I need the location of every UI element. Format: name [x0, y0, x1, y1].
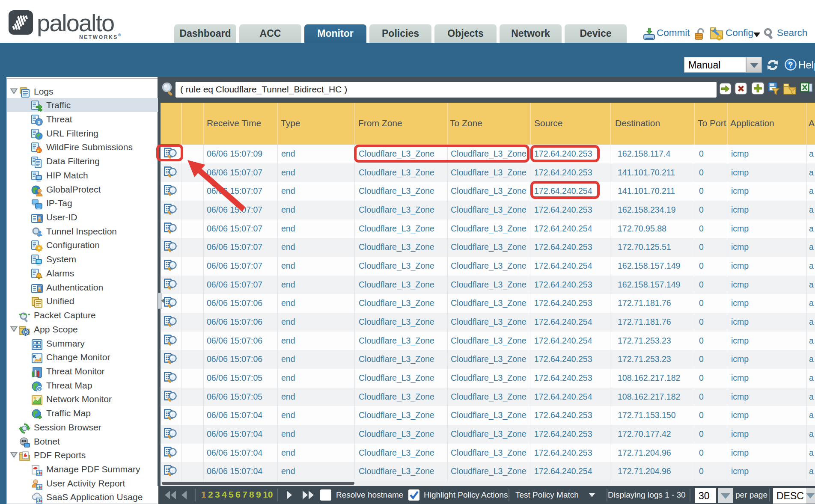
svg-text:?: ?: [788, 61, 793, 69]
svg-text:x: x: [38, 387, 40, 391]
svg-text:x: x: [38, 119, 41, 125]
svg-text:A: A: [24, 452, 27, 457]
